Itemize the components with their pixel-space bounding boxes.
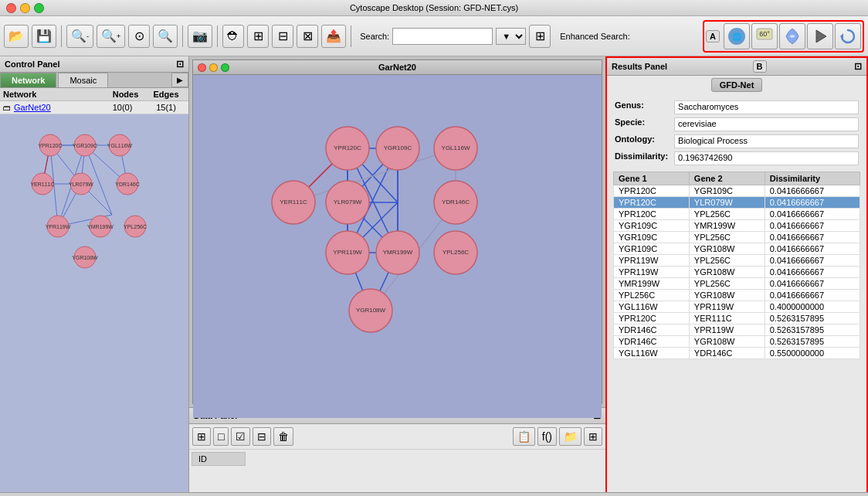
cell-gene2: YGR108W [689,336,765,348]
layout-button[interactable]: ⊠ [297,25,318,48]
app-title: Cytoscape Desktop (Session: GFD-NET.cys) [350,3,518,12]
svg-text:YPR120C: YPR120C [38,143,62,148]
col-gene2[interactable]: Gene 2 [689,172,765,185]
tab-network[interactable]: Network [0,73,56,87]
table-row[interactable]: YMR199W YPL256C 0.0416666667 [614,278,860,290]
open-button[interactable]: 📂 [4,25,29,48]
right-toolbar: A 🌐 60° [703,20,864,53]
svg-marker-4 [816,30,826,42]
network-graph[interactable]: YPR120C YGR109C YGL116W YER111C YLR079W … [193,75,602,418]
cell-gene2: YPR119W [689,301,765,313]
net-close-btn[interactable] [198,63,206,72]
zoom-out-button[interactable]: 🔍- [66,25,93,48]
cell-dis: 0.5263157895 [765,324,860,336]
dissimilarity-label: Dissimilarity: [615,151,668,165]
table-row[interactable]: YPR120C YPL256C 0.0416666667 [614,209,860,220]
data-btn-1[interactable]: ⊞ [192,427,211,446]
search-go-button[interactable]: ⊞ [529,25,551,48]
help-button[interactable]: ⛑ [222,25,244,48]
table-row[interactable]: YGR109C YGR108W 0.0416666667 [614,243,860,255]
net-window-controls[interactable] [198,63,229,72]
col-gene1[interactable]: Gene 1 [614,172,690,185]
data-panel: Data Panel ⊡ ⊞ □ ☑ ⊟ 🗑 📋 f() 📁 ⊞ ID [189,407,605,492]
toolbar: 📂 💾 🔍- 🔍+ ⊙ 🔍 📷 ⛑ ⊞ ⊟ ⊠ 📤 Search: ▼ ⊞ En… [0,16,868,56]
svg-text:YER111C: YER111C [30,182,54,187]
table-row[interactable]: YGR109C YMR199W 0.0416666667 [614,220,860,232]
svg-text:YGR109C: YGR109C [73,143,97,148]
col-network: Network [3,90,104,99]
results-table-container[interactable]: Gene 1 Gene 2 Dissimilarity YPR120C YGR1… [607,172,866,492]
svg-text:YGR109C: YGR109C [384,144,412,151]
zoom-in-button[interactable]: 🔍+ [97,25,125,48]
window-controls[interactable] [6,3,44,13]
zoom-fit-button[interactable]: ⊙ [128,25,150,48]
table-row[interactable]: YPR120C YGR109C 0.0416666667 [614,185,860,197]
search-dropdown[interactable]: ▼ [496,28,526,45]
play-button[interactable] [807,23,833,49]
svg-text:YMR199W: YMR199W [383,249,413,256]
table-row[interactable]: YPR119W YGR108W 0.0416666667 [614,267,860,278]
maximize-button[interactable] [34,3,44,13]
svg-text:60°: 60° [759,30,770,38]
grid2-button[interactable]: ⊟ [272,25,293,48]
close-button[interactable] [6,3,16,13]
expand-icon[interactable]: ⊡ [176,59,184,70]
net-max-btn[interactable] [221,63,229,72]
search-input[interactable] [392,28,493,45]
svg-text:YLR079W: YLR079W [334,199,362,206]
table-row[interactable]: YPL256C YGR108W 0.0416666667 [614,290,860,301]
network-list-item[interactable]: 🗃 GarNet20 10(0) 15(1) [0,101,188,114]
cell-gene2: YGR109C [689,185,765,197]
data-btn-3[interactable]: ☑ [231,427,250,446]
cell-dis: 0.4000000000 [765,301,860,313]
control-panel-tabs: Network Mosaic ▶ [0,73,188,88]
control-panel-title: Control Panel [5,59,60,69]
cell-gene2: YPL256C [689,209,765,220]
separator-1 [61,25,62,47]
refresh-button[interactable] [835,23,861,49]
network-nodes: 10(0) [101,103,144,112]
id-column-header: ID [192,452,246,466]
tab-mosaic[interactable]: Mosaic [58,73,108,87]
data-btn-4[interactable]: ⊟ [253,427,271,446]
data-btn-7[interactable]: f() [537,427,557,446]
minimize-button[interactable] [20,3,30,13]
table-row[interactable]: YGL116W YDR146C 0.5500000000 [614,348,860,359]
genus-value: Saccharomyces [674,100,859,114]
table-row[interactable]: YPR120C YLR079W 0.0416666667 [614,197,860,209]
zoom-actual-button[interactable]: 🔍 [153,25,178,48]
network-icon: 🗃 [3,104,11,112]
table-row[interactable]: YGR109C YPL256C 0.0416666667 [614,232,860,243]
table-row[interactable]: YPR119W YPL256C 0.0416666667 [614,255,860,267]
table-row[interactable]: YDR146C YGR108W 0.5263157895 [614,336,860,348]
plugin-btn-1[interactable]: 🌐 [724,23,750,49]
net-min-btn[interactable] [209,63,218,72]
col-dissimilarity[interactable]: Dissimilarity [765,172,860,185]
plugin-btn-2[interactable]: 60° [751,23,778,49]
cell-gene1: YGR109C [614,243,690,255]
mini-map-svg: YPR120C YGR109C YGL116W YER111C YLR079W … [0,114,185,269]
data-btn-2[interactable]: □ [213,427,229,446]
data-btn-5[interactable]: 🗑 [273,427,293,446]
data-btn-8[interactable]: 📁 [559,427,581,446]
table-row[interactable]: YDR146C YPR119W 0.5263157895 [614,324,860,336]
screenshot-button[interactable]: 📷 [188,25,212,48]
save-button[interactable]: 💾 [32,25,56,48]
table-row[interactable]: YPR120C YER111C 0.5263157895 [614,313,860,324]
results-expand[interactable]: ⊡ [854,61,862,72]
plugin-btn-3[interactable] [779,23,805,49]
cell-dis: 0.0416666667 [765,267,860,278]
network-window-titlebar: GarNet20 [193,60,602,75]
cell-gene1: YPR119W [614,255,690,267]
data-btn-6[interactable]: 📋 [513,427,535,446]
network-name[interactable]: GarNet20 [14,103,98,112]
cell-gene2: YMR199W [689,220,765,232]
grid-button[interactable]: ⊞ [247,25,269,48]
table-row[interactable]: YGL116W YPR119W 0.4000000000 [614,301,860,313]
tab-arrow[interactable]: ▶ [171,73,188,87]
cell-gene1: YDR146C [614,324,690,336]
dissimilarity-value: 0.1963742690 [674,151,859,165]
export-button[interactable]: 📤 [321,25,346,48]
data-btn-9[interactable]: ⊞ [584,427,602,446]
separator-2 [182,25,183,47]
